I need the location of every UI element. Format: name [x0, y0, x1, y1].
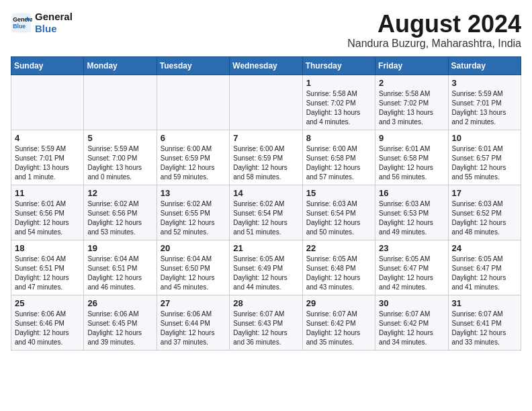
title-block: August 2024 Nandura Buzurg, Maharashtra,… [347, 11, 521, 50]
calendar-cell: 8Sunrise: 6:00 AM Sunset: 6:58 PM Daylig… [302, 130, 375, 185]
calendar-cell: 7Sunrise: 6:00 AM Sunset: 6:59 PM Daylig… [230, 130, 302, 185]
day-info: Sunrise: 6:07 AM Sunset: 6:42 PM Dayligh… [379, 310, 444, 347]
day-info: Sunrise: 6:00 AM Sunset: 6:59 PM Dayligh… [233, 144, 298, 182]
calendar-cell: 9Sunrise: 6:01 AM Sunset: 6:58 PM Daylig… [375, 130, 448, 185]
calendar-cell: 20Sunrise: 6:04 AM Sunset: 6:50 PM Dayli… [157, 240, 229, 295]
day-number: 4 [15, 133, 80, 143]
day-number: 31 [452, 298, 517, 308]
calendar-cell: 23Sunrise: 6:05 AM Sunset: 6:47 PM Dayli… [375, 240, 448, 295]
day-info: Sunrise: 6:05 AM Sunset: 6:47 PM Dayligh… [379, 255, 444, 292]
calendar-cell: 2Sunrise: 5:58 AM Sunset: 7:02 PM Daylig… [375, 75, 448, 130]
svg-text:Blue: Blue [13, 23, 26, 30]
day-info: Sunrise: 6:07 AM Sunset: 6:42 PM Dayligh… [306, 310, 371, 347]
calendar-cell [230, 75, 302, 130]
month-year-title: August 2024 [347, 11, 521, 38]
weekday-header-friday: Friday [375, 56, 448, 75]
day-info: Sunrise: 6:04 AM Sunset: 6:50 PM Dayligh… [161, 255, 226, 292]
calendar-cell: 29Sunrise: 6:07 AM Sunset: 6:42 PM Dayli… [302, 295, 375, 350]
day-info: Sunrise: 6:00 AM Sunset: 6:58 PM Dayligh… [306, 144, 371, 182]
day-info: Sunrise: 5:59 AM Sunset: 7:01 PM Dayligh… [452, 89, 517, 127]
calendar-cell: 5Sunrise: 5:59 AM Sunset: 7:00 PM Daylig… [84, 130, 157, 185]
calendar-cell: 14Sunrise: 6:02 AM Sunset: 6:54 PM Dayli… [230, 185, 302, 240]
weekday-header-sunday: Sunday [11, 56, 84, 75]
calendar-cell: 19Sunrise: 6:04 AM Sunset: 6:51 PM Dayli… [84, 240, 157, 295]
day-info: Sunrise: 6:06 AM Sunset: 6:45 PM Dayligh… [87, 310, 152, 347]
day-number: 5 [87, 133, 152, 143]
calendar-cell: 28Sunrise: 6:07 AM Sunset: 6:43 PM Dayli… [230, 295, 302, 350]
day-number: 26 [87, 298, 152, 308]
day-info: Sunrise: 5:58 AM Sunset: 7:02 PM Dayligh… [379, 89, 444, 127]
day-number: 11 [15, 188, 80, 198]
day-number: 12 [87, 188, 152, 198]
location-subtitle: Nandura Buzurg, Maharashtra, India [347, 38, 521, 50]
day-number: 18 [15, 243, 80, 253]
calendar-cell [157, 75, 229, 130]
day-number: 10 [452, 133, 517, 143]
day-number: 2 [379, 78, 444, 88]
weekday-header-wednesday: Wednesday [230, 56, 302, 75]
calendar-header: SundayMondayTuesdayWednesdayThursdayFrid… [11, 56, 521, 75]
day-number: 15 [306, 188, 371, 198]
calendar-cell: 10Sunrise: 6:01 AM Sunset: 6:57 PM Dayli… [448, 130, 521, 185]
calendar-cell: 30Sunrise: 6:07 AM Sunset: 6:42 PM Dayli… [375, 295, 448, 350]
day-info: Sunrise: 6:03 AM Sunset: 6:52 PM Dayligh… [452, 199, 517, 237]
day-info: Sunrise: 6:00 AM Sunset: 6:59 PM Dayligh… [161, 144, 226, 182]
calendar-cell: 6Sunrise: 6:00 AM Sunset: 6:59 PM Daylig… [157, 130, 229, 185]
day-number: 30 [379, 298, 444, 308]
day-info: Sunrise: 6:01 AM Sunset: 6:56 PM Dayligh… [15, 199, 80, 237]
weekday-header-tuesday: Tuesday [157, 56, 229, 75]
day-number: 24 [452, 243, 517, 253]
calendar-week-5: 25Sunrise: 6:06 AM Sunset: 6:46 PM Dayli… [11, 295, 521, 350]
day-info: Sunrise: 6:05 AM Sunset: 6:47 PM Dayligh… [452, 255, 517, 292]
day-info: Sunrise: 5:58 AM Sunset: 7:02 PM Dayligh… [306, 89, 371, 127]
day-info: Sunrise: 6:07 AM Sunset: 6:43 PM Dayligh… [233, 310, 298, 347]
weekday-header-thursday: Thursday [302, 56, 375, 75]
day-number: 22 [306, 243, 371, 253]
calendar-cell: 4Sunrise: 5:59 AM Sunset: 7:01 PM Daylig… [11, 130, 84, 185]
calendar-week-1: 1Sunrise: 5:58 AM Sunset: 7:02 PM Daylig… [11, 75, 521, 130]
calendar-cell: 27Sunrise: 6:06 AM Sunset: 6:44 PM Dayli… [157, 295, 229, 350]
calendar-cell: 17Sunrise: 6:03 AM Sunset: 6:52 PM Dayli… [448, 185, 521, 240]
calendar-cell: 24Sunrise: 6:05 AM Sunset: 6:47 PM Dayli… [448, 240, 521, 295]
day-info: Sunrise: 6:03 AM Sunset: 6:54 PM Dayligh… [306, 199, 371, 237]
day-info: Sunrise: 5:59 AM Sunset: 7:01 PM Dayligh… [15, 144, 80, 182]
day-info: Sunrise: 6:06 AM Sunset: 6:46 PM Dayligh… [15, 310, 80, 347]
logo-icon: General Blue [11, 12, 32, 34]
calendar-week-4: 18Sunrise: 6:04 AM Sunset: 6:51 PM Dayli… [11, 240, 521, 295]
day-info: Sunrise: 6:01 AM Sunset: 6:57 PM Dayligh… [452, 144, 517, 182]
calendar-cell: 11Sunrise: 6:01 AM Sunset: 6:56 PM Dayli… [11, 185, 84, 240]
calendar-cell: 18Sunrise: 6:04 AM Sunset: 6:51 PM Dayli… [11, 240, 84, 295]
calendar-cell: 3Sunrise: 5:59 AM Sunset: 7:01 PM Daylig… [448, 75, 521, 130]
calendar-cell: 12Sunrise: 6:02 AM Sunset: 6:56 PM Dayli… [84, 185, 157, 240]
calendar-cell: 22Sunrise: 6:05 AM Sunset: 6:48 PM Dayli… [302, 240, 375, 295]
calendar-week-3: 11Sunrise: 6:01 AM Sunset: 6:56 PM Dayli… [11, 185, 521, 240]
day-number: 27 [161, 298, 226, 308]
weekday-header-monday: Monday [84, 56, 157, 75]
page-header: General Blue General Blue August 2024 Na… [11, 11, 521, 50]
day-info: Sunrise: 6:01 AM Sunset: 6:58 PM Dayligh… [379, 144, 444, 182]
day-number: 3 [452, 78, 517, 88]
day-info: Sunrise: 5:59 AM Sunset: 7:00 PM Dayligh… [87, 144, 152, 182]
day-info: Sunrise: 6:07 AM Sunset: 6:41 PM Dayligh… [452, 310, 517, 347]
weekday-row: SundayMondayTuesdayWednesdayThursdayFrid… [11, 56, 521, 75]
day-number: 17 [452, 188, 517, 198]
day-info: Sunrise: 6:04 AM Sunset: 6:51 PM Dayligh… [87, 255, 152, 292]
day-number: 1 [306, 78, 371, 88]
day-info: Sunrise: 6:02 AM Sunset: 6:56 PM Dayligh… [87, 199, 152, 237]
calendar-cell: 26Sunrise: 6:06 AM Sunset: 6:45 PM Dayli… [84, 295, 157, 350]
calendar-cell [11, 75, 84, 130]
day-info: Sunrise: 6:03 AM Sunset: 6:53 PM Dayligh… [379, 199, 444, 237]
day-number: 16 [379, 188, 444, 198]
calendar-cell: 16Sunrise: 6:03 AM Sunset: 6:53 PM Dayli… [375, 185, 448, 240]
calendar-cell [84, 75, 157, 130]
day-number: 8 [306, 133, 371, 143]
logo-line1: General [35, 11, 73, 23]
day-number: 29 [306, 298, 371, 308]
day-number: 13 [161, 188, 226, 198]
day-number: 7 [233, 133, 298, 143]
calendar-table: SundayMondayTuesdayWednesdayThursdayFrid… [11, 56, 521, 351]
calendar-body: 1Sunrise: 5:58 AM Sunset: 7:02 PM Daylig… [11, 75, 521, 350]
calendar-cell: 31Sunrise: 6:07 AM Sunset: 6:41 PM Dayli… [448, 295, 521, 350]
day-info: Sunrise: 6:05 AM Sunset: 6:49 PM Dayligh… [233, 255, 298, 292]
calendar-cell: 25Sunrise: 6:06 AM Sunset: 6:46 PM Dayli… [11, 295, 84, 350]
